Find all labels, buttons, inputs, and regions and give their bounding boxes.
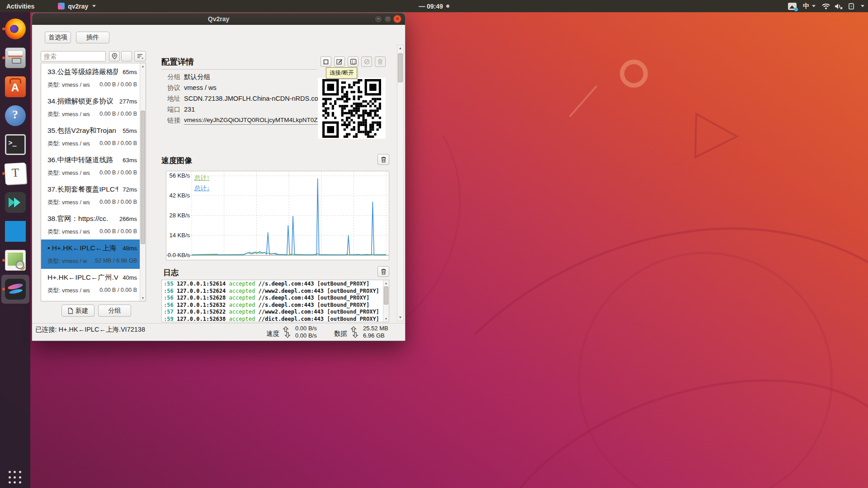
scroll-down-icon[interactable]: ▼	[383, 316, 389, 322]
server-item-partial[interactable]: H+.SG←IPLC←	[41, 298, 140, 301]
scrollbar-thumb[interactable]	[398, 53, 403, 82]
server-item[interactable]: 37.长期套餐覆盖IPLC专72ms类型: vmess / ws0.00 B /…	[41, 181, 140, 210]
qv2ray-window: Qv2ray 首选项 插件	[32, 13, 406, 341]
volume-muted-icon	[835, 3, 844, 9]
close-button[interactable]	[393, 15, 401, 23]
server-item-top: 33.公益等级線路嚴格防65ms	[47, 67, 137, 77]
running-indicator	[2, 56, 5, 59]
show-applications-button[interactable]	[9, 471, 22, 484]
input-method-indicator[interactable]: 中	[803, 2, 816, 10]
log-line: :59 127.0.0.1:52638 accepted //dict.deep…	[164, 316, 382, 322]
log-tag: [outBound_PROXY]	[317, 302, 370, 308]
edit-json-button[interactable]: {;}	[348, 56, 359, 67]
log-scrollbar[interactable]: ▲ ▼	[383, 280, 389, 322]
detail-label: 端口	[167, 105, 180, 114]
log-tag: [outBound_PROXY]	[317, 295, 370, 301]
edit-button[interactable]	[334, 56, 345, 67]
clear-chart-button[interactable]	[377, 154, 389, 165]
log-url: //www2.deepl.com:443	[259, 288, 327, 294]
legend-item[interactable]: 总计↓	[194, 184, 210, 192]
clock[interactable]: — 09:49	[0, 3, 868, 10]
server-item[interactable]: 36.中继中转隧道线路63ms类型: vmess / ws0.00 B / 0.…	[41, 151, 140, 181]
vscode-icon	[5, 221, 26, 242]
latency-test-button[interactable]	[109, 51, 120, 61]
log-ip: 127.0.0.1:52632	[177, 302, 229, 308]
dock-item-files[interactable]	[1, 43, 29, 72]
server-item[interactable]: H+.HK←IPLC←广州.V40ms类型: vmess / ws0.00 B …	[41, 269, 140, 298]
blank-button[interactable]	[121, 51, 132, 61]
dock-item-ubuntu-software[interactable]	[1, 72, 29, 101]
scroll-up-icon[interactable]: ▲	[383, 280, 389, 286]
dock-item-text-editor[interactable]	[1, 159, 29, 188]
dock-item-help[interactable]	[1, 101, 29, 130]
screenshot-indicator-icon[interactable]	[788, 3, 797, 10]
sort-button[interactable]	[134, 51, 146, 61]
server-item[interactable]: 34.捐赠解锁更多协议277ms类型: vmess / ws0.00 B / 0…	[41, 93, 140, 122]
new-button[interactable]: 新建	[61, 305, 94, 317]
detail-value: 默认分组	[184, 73, 210, 80]
scrollbar-thumb[interactable]	[384, 286, 388, 305]
input-method-label: 中	[803, 2, 809, 10]
circle-slash-icon	[364, 59, 370, 65]
dock-item-qv2ray[interactable]	[1, 275, 29, 304]
log-time: :56	[164, 295, 177, 301]
scroll-down-icon[interactable]: ▼	[397, 314, 403, 321]
maximize-button[interactable]	[384, 15, 392, 23]
scroll-up-icon[interactable]: ▲	[140, 63, 146, 69]
server-item[interactable]: 38.官网：https://cc.266ms类型: vmess / ws0.00…	[41, 210, 140, 239]
server-list: 33.公益等级線路嚴格防65ms类型: vmess / ws0.00 B / 0…	[41, 63, 140, 301]
server-traffic: 0.00 B / 0.00 B	[99, 199, 137, 206]
server-item[interactable]: 35.包括V2ray和Trojan55ms类型: vmess / ws0.00 …	[41, 122, 140, 151]
title-bar[interactable]: Qv2ray	[32, 13, 405, 25]
scrollbar-thumb[interactable]	[141, 111, 145, 244]
new-label: 新建	[75, 307, 88, 315]
plugins-button[interactable]: 插件	[76, 32, 109, 43]
detail-row: 端口231	[167, 105, 195, 114]
latency-badge: 55ms	[123, 127, 137, 134]
json-braces-icon: {;}	[350, 59, 357, 65]
log-section-title: 日志	[163, 267, 179, 278]
log-url: //dict.deepl.com:443	[259, 316, 327, 322]
log-line: :56 127.0.0.1:52624 accepted //www2.deep…	[164, 288, 382, 295]
detail-value[interactable]: vmess://eyJhZGQiOiJTQ0ROLjcyMTM4LkpNT0ZM…	[184, 117, 320, 125]
server-list-scrollbar[interactable]: ▲ ▼	[140, 63, 146, 301]
delete-config-button[interactable]	[375, 56, 386, 67]
legend-item[interactable]: 总计↑	[194, 174, 210, 182]
log-line: :56 127.0.0.1:52628 accepted //s.deepl.c…	[164, 295, 382, 302]
scroll-up-icon[interactable]: ▲	[397, 45, 403, 52]
dock-item-remmina[interactable]	[1, 188, 29, 217]
preferences-button[interactable]: 首选项	[45, 32, 71, 43]
group-label: 分组	[108, 307, 121, 315]
log-status: accepted	[229, 295, 259, 301]
dock-item-vscode[interactable]	[1, 217, 29, 246]
log-status: accepted	[229, 309, 259, 315]
dock-item-image-viewer[interactable]	[1, 246, 29, 275]
dock-item-terminal[interactable]	[1, 130, 29, 159]
clear-log-button[interactable]	[377, 266, 389, 277]
connect-disconnect-button[interactable]	[321, 56, 331, 67]
server-item-bottom: 类型: vmess / w.52 MB / 6.96 GB	[47, 258, 137, 265]
scroll-down-icon[interactable]: ▼	[140, 295, 146, 301]
search-input[interactable]	[41, 51, 106, 61]
log-line: :56 127.0.0.1:52632 accepted //s.deepl.c…	[164, 302, 382, 309]
series-总计↓	[192, 178, 386, 255]
desktop: Activities qv2ray — 09:49 中	[0, 0, 868, 488]
server-item[interactable]: 33.公益等级線路嚴格防65ms类型: vmess / ws0.00 B / 0…	[41, 63, 140, 93]
status-icons[interactable]	[822, 3, 864, 9]
stop-square-icon	[323, 59, 329, 65]
main-scrollbar[interactable]: ▲ ▼	[397, 45, 404, 321]
server-item-bottom: 类型: vmess / ws0.00 B / 0.00 B	[47, 228, 137, 236]
detail-row: 分组默认分组	[167, 73, 210, 81]
server-traffic: 0.00 B / 0.00 B	[99, 81, 137, 89]
log-tag: [outBound_PROXY]	[317, 281, 370, 287]
chevron-down-icon	[861, 5, 864, 7]
system-tray[interactable]: 中	[788, 0, 864, 12]
detail-row: 链接vmess://eyJhZGQiOiJTQ0ROLjcyMTM4LkpNT0…	[167, 116, 320, 125]
minimize-button[interactable]	[374, 15, 382, 23]
log-ip: 127.0.0.1:52622	[177, 309, 229, 315]
group-button[interactable]: 分组	[98, 305, 131, 317]
running-indicator	[2, 288, 5, 291]
dock-item-firefox[interactable]	[1, 14, 29, 43]
server-item[interactable]: • H+.HK←IPLC←上海48ms类型: vmess / w.52 MB /…	[41, 239, 140, 269]
test-latency-button[interactable]	[361, 56, 372, 67]
